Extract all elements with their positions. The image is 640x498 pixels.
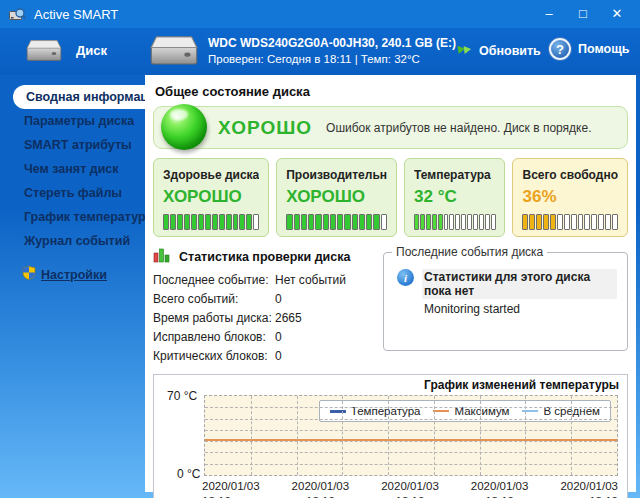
uac-shield-icon	[22, 265, 36, 284]
grid-line	[297, 396, 298, 475]
drive-name: WDC WDS240G2G0A-00JH30, 240.1 GB (E:)	[208, 35, 456, 51]
progress-segment	[449, 214, 454, 230]
status-card: Здоровье дискаХОРОШО	[153, 158, 269, 237]
progress-segment	[426, 214, 431, 230]
progress-segments	[286, 214, 387, 230]
legend-line-swatch	[433, 410, 449, 412]
statistic-row: Критических блоков:0	[153, 347, 375, 366]
progress-segment	[308, 214, 314, 230]
drive-info: WDC WDS240G2G0A-00JH30, 240.1 GB (E:) Пр…	[208, 35, 456, 67]
maximize-button[interactable]: □	[566, 0, 600, 28]
statistic-label: Всего событий:	[153, 290, 275, 309]
statistic-label: Исправлено блоков:	[153, 328, 275, 347]
progress-segment	[455, 214, 460, 230]
progress-segment	[461, 214, 466, 230]
chart-plot-area: ТемператураМаксимумВ среднем	[204, 395, 618, 476]
progress-segment	[246, 214, 252, 230]
progress-segment	[184, 214, 190, 230]
progress-segment	[239, 214, 245, 230]
help-label: Помощь	[578, 42, 629, 56]
help-button[interactable]: Помощь	[549, 38, 629, 60]
check-statistics: Статистика проверки диска Последнее собы…	[153, 247, 375, 366]
main-panel: Общее состояние диска ХОРОШО Ошибок атри…	[145, 75, 636, 492]
statistic-row: Исправлено блоков:0	[153, 328, 375, 347]
progress-segment	[543, 214, 549, 230]
x-axis-tick: 2020/01/0318:10	[560, 479, 618, 498]
recent-events-groupbox: Последние события диска Статистики для э…	[383, 252, 628, 351]
progress-segment	[337, 214, 343, 230]
grid-line	[205, 452, 617, 453]
tick-time: 18:10	[471, 494, 529, 498]
grid-line	[480, 396, 481, 475]
tick-date: 2020/01/03	[560, 479, 618, 494]
card-value: ХОРОШО	[286, 187, 387, 207]
help-icon	[549, 38, 571, 60]
card-value: ХОРОШО	[163, 187, 259, 207]
sidebar-item[interactable]: График температуры	[4, 205, 145, 229]
close-button[interactable]: ✕	[600, 0, 634, 28]
y-axis-max-label: 70 °C	[167, 389, 197, 403]
progress-segment	[212, 214, 218, 230]
statistic-label: Критических блоков:	[153, 347, 275, 366]
progress-segment	[253, 214, 259, 230]
x-axis-labels: 2020/01/0318:102020/01/0318:102020/01/03…	[202, 479, 618, 498]
progress-segment	[163, 214, 169, 230]
page-title: Общее состояние диска	[155, 84, 628, 99]
event-message-title: Статистики для этого диска пока нет	[422, 269, 617, 299]
window-title: Active SMART	[34, 7, 118, 22]
drive-icon	[150, 35, 198, 70]
tick-date: 2020/01/03	[471, 479, 529, 494]
x-axis-tick: 2020/01/0318:10	[471, 479, 529, 498]
progress-segment	[381, 214, 387, 230]
grid-line	[205, 464, 617, 465]
progress-segment	[578, 214, 584, 230]
sidebar-item[interactable]: Чем занят диск	[4, 157, 145, 181]
disk-tab-label[interactable]: Диск	[76, 43, 107, 58]
overall-status-description: Ошибок атрибутов не найдено. Диск в поря…	[326, 121, 591, 135]
status-card: ПроизводительнХОРОШО	[276, 158, 397, 237]
grid-line	[205, 419, 617, 420]
progress-segment	[473, 214, 478, 230]
temperature-chart-panel: График изменений температуры 70 °C 0 °C …	[153, 374, 628, 498]
card-title: Производительн	[286, 168, 387, 182]
grid-line	[525, 396, 526, 475]
tick-time: 18:10	[202, 494, 260, 498]
progress-segment	[352, 214, 358, 230]
sidebar-item-settings[interactable]: Настройки	[4, 265, 145, 284]
progress-segment	[170, 214, 176, 230]
progress-segment	[550, 214, 556, 230]
sidebar-item[interactable]: Параметры диска	[4, 109, 145, 133]
refresh-label: Обновить	[479, 44, 541, 58]
progress-segment	[420, 214, 425, 230]
info-icon	[397, 269, 414, 286]
settings-label: Настройки	[41, 268, 107, 282]
progress-segment	[605, 214, 611, 230]
sidebar-item[interactable]: SMART атрибуты	[4, 133, 145, 157]
grid-line	[205, 407, 617, 408]
progress-segment	[432, 214, 437, 230]
refresh-button[interactable]: Обновить	[456, 43, 541, 59]
tick-date: 2020/01/03	[381, 479, 439, 494]
minimize-button[interactable]: –	[532, 0, 566, 28]
progress-segment	[315, 214, 321, 230]
sidebar-item[interactable]: Стереть файлы	[4, 181, 145, 205]
progress-segment	[564, 214, 570, 230]
grid-line	[388, 396, 389, 475]
statistic-value: 0	[275, 347, 282, 366]
disk-icon[interactable]	[26, 39, 62, 62]
grid-line	[342, 396, 343, 475]
sidebar-item[interactable]: Журнал событий	[4, 229, 145, 253]
sidebar-item[interactable]: Сводная информация	[13, 85, 145, 109]
progress-segment	[536, 214, 542, 230]
card-value: 36%	[522, 187, 618, 207]
progress-segment	[479, 214, 484, 230]
tick-date: 2020/01/03	[202, 479, 260, 494]
card-title: Здоровье диска	[163, 168, 259, 182]
progress-segment	[571, 214, 577, 230]
progress-segment	[529, 214, 535, 230]
progress-segment	[557, 214, 563, 230]
statistic-value: 0	[275, 290, 282, 309]
progress-segment	[330, 214, 336, 230]
progress-segment	[233, 214, 239, 230]
grid-line	[571, 396, 572, 475]
